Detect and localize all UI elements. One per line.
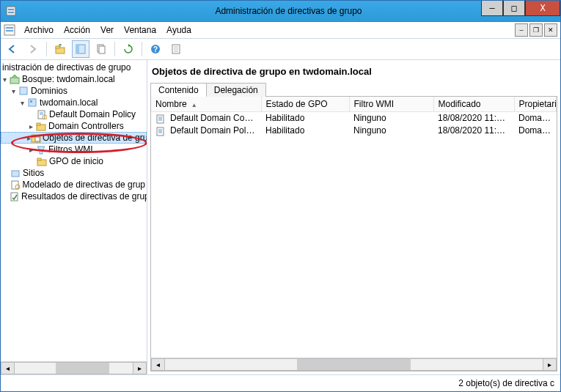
help-button[interactable]: ? [147, 40, 164, 58]
tree-domain[interactable]: ▾twdomain.local [1, 97, 147, 108]
menu-help[interactable]: Ayuda [162, 23, 196, 37]
svg-rect-29 [32, 135, 35, 137]
tree-sites[interactable]: Sitios [1, 167, 147, 179]
ou-icon [35, 121, 47, 131]
menu-window[interactable]: Ventana [120, 23, 161, 37]
tree-default-policy[interactable]: Default Domain Policy [1, 108, 147, 120]
tab-content[interactable]: Contenido [150, 83, 207, 97]
mmc-icon [4, 24, 15, 36]
svg-rect-7 [56, 46, 59, 48]
scroll-thumb[interactable] [297, 359, 411, 370]
svg-rect-30 [35, 137, 40, 141]
svg-rect-9 [76, 45, 79, 53]
gpo-icon [155, 126, 169, 136]
tree-starter-gpos[interactable]: GPO de inicio [1, 155, 147, 167]
status-text: 2 objeto(s) de directiva c [458, 378, 554, 388]
tree-pane: inistración de directivas de grupo ▾Bosq… [1, 60, 147, 374]
scroll-track[interactable] [165, 358, 543, 371]
svg-rect-0 [7, 7, 15, 15]
close-button[interactable]: X [525, 1, 560, 16]
toolbar-separator [46, 42, 47, 56]
minimize-button[interactable]: — [481, 1, 503, 16]
sort-asc-icon: ▲ [191, 102, 197, 108]
wmi-icon [35, 144, 47, 155]
grid-hscrollbar[interactable]: ◂ ▸ [151, 358, 557, 371]
starter-gpo-icon [36, 156, 48, 166]
tree-domain-controllers[interactable]: ▸Domain Controllers [1, 120, 147, 132]
forward-button[interactable] [24, 40, 42, 58]
statusbar: 2 objeto(s) de directiva c [1, 374, 560, 391]
svg-rect-27 [37, 123, 40, 125]
window-title: Administración de directivas de grupo [17, 6, 560, 16]
col-name[interactable]: Nombre▲ [151, 97, 261, 112]
grid-container: Nombre▲ Estado de GPO Filtro WMI Modific… [150, 97, 557, 371]
tree-wmi-filters[interactable]: ▸Filtros WMI [1, 144, 147, 155]
col-status[interactable]: Estado de GPO [261, 97, 349, 112]
window-buttons: — □ X [481, 1, 560, 15]
svg-text:?: ? [153, 45, 158, 53]
col-modified[interactable]: Modificado [433, 97, 514, 112]
show-tree-button[interactable] [72, 40, 89, 58]
gpo-link-icon [36, 109, 48, 119]
svg-rect-2 [8, 12, 14, 13]
tree-forest[interactable]: ▾Bosque: twdomain.local [1, 73, 147, 85]
tree-results[interactable]: Resultados de directivas de grup [1, 191, 147, 202]
svg-rect-18 [10, 78, 19, 84]
tree-root[interactable]: inistración de directivas de grupo [1, 62, 147, 73]
toolbar-separator [114, 42, 115, 56]
toolbar: ? [1, 39, 560, 60]
col-owner[interactable]: Propietaric [514, 97, 557, 112]
app-icon [5, 5, 17, 17]
scroll-left-button[interactable]: ◂ [151, 358, 165, 371]
mdi-restore-button[interactable]: ❐ [529, 23, 543, 37]
details-pane: Objetos de directiva de grupo en twdomai… [147, 60, 560, 374]
up-folder-button[interactable] [51, 40, 69, 58]
svg-rect-21 [30, 100, 32, 103]
back-button[interactable] [4, 40, 21, 58]
scroll-thumb[interactable] [56, 363, 109, 374]
results-icon [10, 191, 20, 201]
svg-rect-5 [6, 30, 13, 32]
scroll-right-button[interactable]: ▸ [133, 362, 147, 374]
properties-button[interactable] [167, 40, 185, 58]
gpo-grid[interactable]: Nombre▲ Estado de GPO Filtro WMI Modific… [151, 97, 557, 358]
gpo-icon [155, 114, 169, 124]
tree-modeling[interactable]: Modelado de directivas de grup [1, 179, 147, 191]
domain-icon [26, 97, 38, 108]
scroll-right-button[interactable]: ▸ [543, 358, 557, 371]
svg-rect-11 [99, 46, 105, 53]
menu-file[interactable]: Archivo [20, 23, 58, 37]
svg-rect-4 [6, 27, 13, 29]
mdi-close-button[interactable]: ✕ [544, 23, 557, 37]
pane-heading: Objetos de directiva de grupo en twdomai… [150, 63, 557, 80]
svg-rect-33 [12, 171, 19, 177]
app-window: Administración de directivas de grupo — … [0, 0, 561, 392]
col-wmi[interactable]: Filtro WMI [349, 97, 433, 112]
refresh-button[interactable] [120, 40, 137, 58]
copy-button[interactable] [92, 40, 110, 58]
tab-strip: Contenido Delegación [150, 80, 557, 97]
tree-gpo-objects[interactable]: ▸Objetos de directiva de grupo [1, 132, 147, 144]
table-row[interactable]: Default Domain Policy HabilitadoNinguno1… [151, 125, 557, 137]
scroll-left-button[interactable]: ◂ [1, 362, 15, 374]
scroll-track[interactable] [15, 362, 133, 374]
tree-hscrollbar[interactable]: ◂ ▸ [1, 361, 147, 374]
mdi-minimize-button[interactable]: – [515, 23, 528, 37]
tree-domains[interactable]: ▾Dominios [1, 85, 147, 97]
sites-icon [10, 168, 21, 178]
modeling-icon [10, 180, 21, 190]
gpo-container-icon [31, 133, 41, 143]
menu-action[interactable]: Acción [59, 23, 95, 37]
svg-rect-1 [8, 9, 14, 10]
tree-view[interactable]: inistración de directivas de grupo ▾Bosq… [1, 60, 147, 361]
titlebar: Administración de directivas de grupo — … [1, 1, 560, 22]
table-row[interactable]: Default Domain Contro… HabilitadoNinguno… [151, 112, 557, 125]
menu-view[interactable]: Ver [96, 23, 118, 37]
toolbar-separator [142, 42, 142, 56]
tab-delegation[interactable]: Delegación [206, 83, 266, 97]
menubar: Archivo Acción Ver Ventana Ayuda – ❐ ✕ [1, 22, 560, 39]
svg-rect-32 [37, 158, 41, 160]
svg-rect-19 [20, 87, 27, 95]
maximize-button[interactable]: □ [503, 1, 525, 16]
domains-icon [18, 86, 29, 96]
